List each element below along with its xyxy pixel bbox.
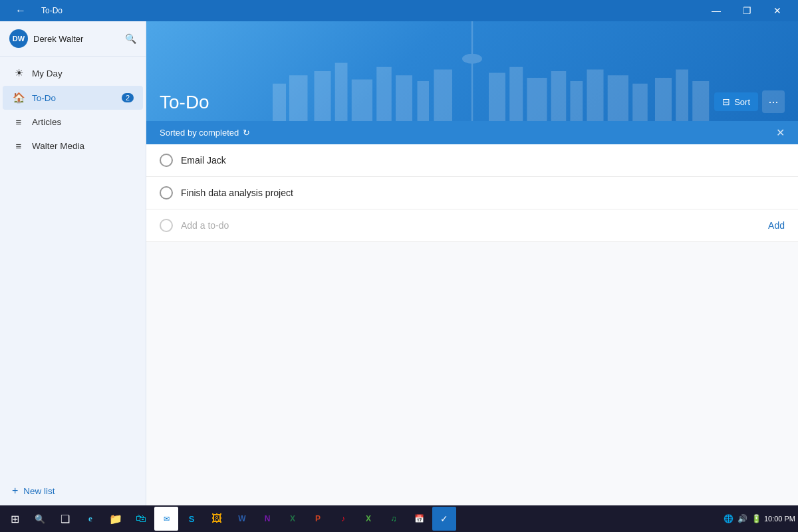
add-todo-button[interactable]: Add [768, 220, 785, 231]
edge-icon[interactable]: e [78, 507, 102, 531]
word-icon[interactable]: W [230, 507, 254, 531]
sidebar-item-label: To-Do [32, 93, 56, 103]
search-icon[interactable]: 🔍 [125, 33, 136, 44]
todo-item-1[interactable]: Email Jack [146, 144, 798, 177]
sort-bar-label: Sorted by completed [160, 128, 239, 138]
sidebar-item-label: Articles [32, 117, 61, 127]
list-icon: ≡ [12, 116, 25, 128]
groove-icon[interactable]: ♪ [331, 507, 355, 531]
username: Derek Walter [33, 34, 83, 44]
search-taskbar[interactable]: 🔍 [28, 507, 52, 531]
taskbar-left: ⊞ 🔍 ❑ e 📁 🛍 ✉ S 🖼 W N X P ♪ X ♫ 📅 ✓ [3, 507, 456, 531]
todo-text-1: Email Jack [181, 155, 226, 166]
taskbar-right: 🌐 🔊 🔋 10:00 PM [724, 514, 795, 523]
main-content: To-Do ⊟ Sort ··· Sorted by completed ↻ ✕ [146, 21, 798, 505]
mail-icon[interactable]: ✉ [154, 507, 178, 531]
excel-icon[interactable]: X [281, 507, 305, 531]
todo-item-2[interactable]: Finish data analysis project [146, 177, 798, 209]
volume-icon: 🔊 [737, 514, 747, 523]
xbox-icon[interactable]: X [356, 507, 380, 531]
ellipsis-icon: ··· [768, 95, 778, 109]
add-todo-checkbox [160, 219, 173, 232]
network-icon: 🌐 [724, 514, 733, 523]
system-time: 10:00 PM [764, 515, 795, 523]
add-todo-row: Add [146, 209, 798, 242]
sidebar-item-to-do[interactable]: 🏠 To-Do 2 [3, 86, 143, 110]
todo-checkbox-1[interactable] [160, 154, 173, 167]
sidebar-nav: ☀ My Day 🏠 To-Do 2 ≡ Articles ≡ Walter M… [0, 57, 146, 476]
sort-bar-text-group: Sorted by completed ↻ [160, 128, 250, 138]
battery-icon: 🔋 [751, 514, 761, 523]
todo-badge: 2 [122, 93, 134, 102]
sidebar: DW Derek Walter 🔍 ☀ My Day 🏠 To-Do 2 ≡ A… [0, 21, 146, 505]
todo-taskbar-icon[interactable]: ✓ [432, 507, 456, 531]
titlebar-controls: — ❐ ✕ [701, 0, 793, 21]
sort-bar-refresh-icon: ↻ [243, 128, 250, 138]
more-options-button[interactable]: ··· [762, 90, 785, 113]
avatar: DW [9, 29, 28, 48]
sort-bar-close-icon[interactable]: ✕ [776, 126, 785, 139]
file-explorer-icon[interactable]: 📁 [104, 507, 128, 531]
spotify-icon[interactable]: ♫ [382, 507, 406, 531]
user-info: DW Derek Walter [9, 29, 83, 48]
start-button[interactable]: ⊞ [3, 507, 27, 531]
restore-button[interactable]: ❐ [732, 0, 762, 21]
sidebar-item-walter-media[interactable]: ≡ Walter Media [3, 134, 143, 158]
list-icon-2: ≡ [12, 140, 25, 152]
sys-tray-icons: 🌐 🔊 🔋 [724, 514, 761, 523]
sidebar-item-my-day[interactable]: ☀ My Day [3, 61, 143, 85]
onenote-icon[interactable]: N [255, 507, 279, 531]
sidebar-item-label: My Day [32, 68, 63, 78]
sidebar-item-label: Walter Media [32, 141, 84, 151]
main-header: To-Do ⊟ Sort ··· [146, 21, 798, 121]
page-title: To-Do [160, 92, 714, 113]
sun-icon: ☀ [12, 67, 25, 79]
new-list-label: New list [23, 486, 55, 496]
store-icon[interactable]: 🛍 [129, 507, 153, 531]
sidebar-item-articles[interactable]: ≡ Articles [3, 110, 143, 134]
powerpoint-icon[interactable]: P [306, 507, 330, 531]
header-actions: ⊟ Sort ··· [714, 90, 785, 113]
titlebar: ← To-Do — ❐ ✕ [0, 0, 798, 21]
titlebar-title: To-Do [41, 6, 63, 15]
taskbar: ⊞ 🔍 ❑ e 📁 🛍 ✉ S 🖼 W N X P ♪ X ♫ 📅 ✓ 🌐 🔊 … [0, 505, 798, 532]
add-todo-input[interactable] [181, 220, 760, 231]
titlebar-left: ← To-Do [5, 0, 63, 21]
todo-checkbox-2[interactable] [160, 186, 173, 200]
todo-list: Email Jack Finish data analysis project … [146, 144, 798, 505]
close-button[interactable]: ✕ [762, 0, 793, 21]
task-view[interactable]: ❑ [53, 507, 77, 531]
plus-icon: + [12, 485, 18, 497]
todo-text-2: Finish data analysis project [181, 188, 293, 198]
sort-icon: ⊟ [722, 96, 730, 107]
sort-button[interactable]: ⊟ Sort [714, 92, 758, 111]
calendar-icon[interactable]: 📅 [407, 507, 431, 531]
user-header: DW Derek Walter 🔍 [0, 21, 146, 57]
home-icon: 🏠 [12, 92, 25, 104]
photos-icon[interactable]: 🖼 [205, 507, 229, 531]
back-button[interactable]: ← [5, 0, 36, 21]
new-list-button[interactable]: + New list [3, 479, 143, 503]
sort-bar: Sorted by completed ↻ ✕ [146, 121, 798, 144]
minimize-button[interactable]: — [701, 0, 732, 21]
app-body: DW Derek Walter 🔍 ☀ My Day 🏠 To-Do 2 ≡ A… [0, 21, 798, 505]
skype-icon[interactable]: S [180, 507, 203, 531]
